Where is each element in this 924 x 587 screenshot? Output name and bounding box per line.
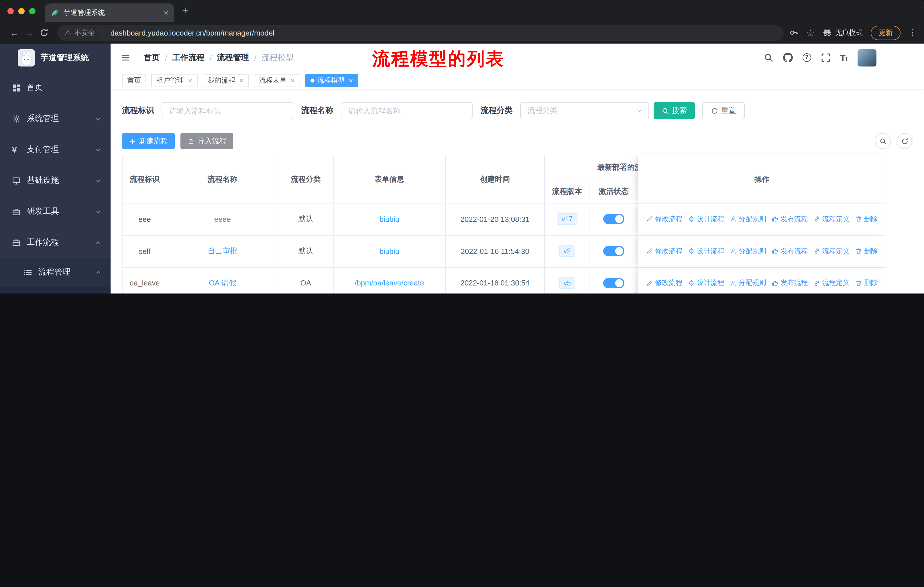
sidebar-item-6[interactable]: 流程管理 <box>0 258 111 287</box>
app: 芋道管理系统 首页系统管理¥支付管理基础设施研发工具工作流程流程管理流程表单用户… <box>0 43 924 293</box>
active-toggle[interactable] <box>603 214 624 225</box>
action-label: 修改流程 <box>655 278 682 288</box>
sidebar-item-5[interactable]: 工作流程 <box>0 227 111 258</box>
action-label: 流程定义 <box>822 214 850 224</box>
fullscreen-icon[interactable] <box>821 53 830 63</box>
sidebar-item-1[interactable]: 系统管理 <box>0 103 111 134</box>
row-action-publish[interactable]: 发布流程 <box>772 246 808 256</box>
table-toolbar: 新建流程 导入流程 <box>122 133 912 149</box>
process-name-input[interactable] <box>341 102 473 119</box>
address-bar[interactable]: ⚠ 不安全 dashboard.yudao.iocoder.cn/bpm/man… <box>57 25 784 40</box>
reload-icon[interactable] <box>40 28 49 37</box>
breadcrumb-item[interactable]: 首页 <box>144 53 160 63</box>
sidebar-item-0[interactable]: 首页 <box>0 72 111 103</box>
cell-category: 默认 <box>279 203 334 236</box>
close-tab-icon[interactable]: × <box>349 77 353 84</box>
process-key-input[interactable] <box>162 102 293 119</box>
sidebar-item-3[interactable]: 基础设施 <box>0 165 111 196</box>
help-icon[interactable]: ? <box>802 53 811 62</box>
row-action-aim[interactable]: 设计流程 <box>688 246 724 256</box>
cell-form-info: biubiu <box>334 236 446 268</box>
row-action-publish[interactable]: 发布流程 <box>772 214 808 224</box>
browser-tab[interactable]: 芋道管理系统 × <box>45 3 174 22</box>
forward-icon[interactable]: → <box>22 28 37 38</box>
close-tab-icon[interactable]: × <box>290 77 295 84</box>
breadcrumb-item[interactable]: 工作流程 <box>172 53 205 63</box>
row-action-assign[interactable]: 分配规则 <box>730 278 766 288</box>
category-select[interactable]: 流程分类 <box>520 102 649 119</box>
row-action-assign[interactable]: 分配规则 <box>730 246 766 256</box>
cell-active-status <box>590 268 639 293</box>
update-button[interactable]: 更新 <box>871 25 901 40</box>
row-action-delete[interactable]: 删除 <box>855 246 878 256</box>
row-action-publish[interactable]: 发布流程 <box>772 278 808 288</box>
refresh-table-button[interactable] <box>896 133 912 149</box>
close-tab-icon[interactable]: × <box>164 8 168 17</box>
header-name: 流程名称 <box>167 155 279 203</box>
active-tab-dot <box>310 79 315 83</box>
row-action-aim[interactable]: 设计流程 <box>688 214 724 224</box>
assign-icon <box>730 216 737 223</box>
action-label: 删除 <box>864 278 878 288</box>
row-action-definition[interactable]: 流程定义 <box>813 246 850 256</box>
create-process-button[interactable]: 新建流程 <box>122 133 175 149</box>
new-tab-button[interactable]: + <box>182 5 188 17</box>
toggle-search-button[interactable] <box>875 133 891 149</box>
row-action-definition[interactable]: 流程定义 <box>813 214 850 224</box>
close-tab-icon[interactable]: × <box>188 77 192 84</box>
breadcrumb-item[interactable]: 流程管理 <box>217 53 249 63</box>
delete-icon <box>855 216 862 223</box>
github-icon[interactable] <box>783 53 792 63</box>
security-label[interactable]: 不安全 <box>74 28 95 38</box>
tab-label: 流程表单 <box>259 76 286 85</box>
form-info-link[interactable]: biubiu <box>380 215 399 223</box>
row-action-aim[interactable]: 设计流程 <box>688 278 724 288</box>
row-action-definition[interactable]: 流程定义 <box>813 278 850 288</box>
bookmark-star-icon[interactable]: ☆ <box>806 27 815 38</box>
row-action-delete[interactable]: 删除 <box>855 278 878 288</box>
sidebar-item-4[interactable]: 研发工具 <box>0 196 111 227</box>
content: 流程标识 流程名称 流程分类 流程分类 搜索 重置 <box>111 89 924 293</box>
sidebar-item-7[interactable]: 流程表单 <box>0 287 111 293</box>
user-avatar[interactable] <box>858 49 876 66</box>
active-toggle[interactable] <box>603 246 624 256</box>
import-process-button[interactable]: 导入流程 <box>180 133 233 149</box>
font-size-icon[interactable]: TT <box>840 53 848 63</box>
breadcrumb-separator: / <box>254 53 257 62</box>
tab-4[interactable]: 流程模型× <box>305 74 358 87</box>
row-action-edit[interactable]: 修改流程 <box>646 246 682 256</box>
search-icon[interactable] <box>763 53 773 63</box>
process-name-link[interactable]: 自己审批 <box>208 246 238 256</box>
tab-1[interactable]: 租户管理× <box>151 74 197 87</box>
close-tab-icon[interactable]: × <box>239 77 243 84</box>
tab-0[interactable]: 首页 <box>122 74 146 87</box>
process-name-link[interactable]: eeee <box>214 215 231 223</box>
form-info-link[interactable]: biubiu <box>380 247 399 255</box>
tab-2[interactable]: 我的流程× <box>203 74 249 87</box>
browser-menu-icon[interactable]: ⋮ <box>909 28 917 38</box>
process-name-link[interactable]: OA 请假 <box>209 278 236 288</box>
row-action-edit[interactable]: 修改流程 <box>646 214 682 224</box>
reset-button[interactable]: 重置 <box>702 102 745 119</box>
minimize-window-button[interactable] <box>18 8 25 14</box>
maximize-window-button[interactable] <box>29 8 36 14</box>
process-model-table: 流程标识 流程名称 流程分类 表单信息 创建时间 最新部署的流程定义 流程版本 … <box>122 155 886 293</box>
row-action-delete[interactable]: 删除 <box>855 214 878 224</box>
sidebar-item-label: 系统管理 <box>27 114 59 124</box>
active-toggle[interactable] <box>603 278 624 288</box>
row-action-assign[interactable]: 分配规则 <box>730 214 766 224</box>
close-window-button[interactable] <box>7 8 14 14</box>
url-text[interactable]: dashboard.yudao.iocoder.cn/bpm/manager/m… <box>111 28 274 37</box>
form-info-link[interactable]: /bpm/oa/leave/create <box>355 279 424 288</box>
row-action-edit[interactable]: 修改流程 <box>646 278 682 288</box>
hamburger-icon[interactable] <box>120 53 131 62</box>
search-button[interactable]: 搜索 <box>653 102 695 119</box>
sidebar-item-label: 流程管理 <box>38 267 71 278</box>
aim-icon <box>688 248 695 255</box>
sidebar-item-2[interactable]: ¥支付管理 <box>0 134 111 165</box>
action-label: 设计流程 <box>696 214 724 224</box>
back-icon[interactable]: ← <box>7 28 22 38</box>
tab-3[interactable]: 流程表单× <box>254 74 300 87</box>
password-key-icon[interactable] <box>789 28 798 37</box>
version-badge: v17 <box>557 213 578 225</box>
